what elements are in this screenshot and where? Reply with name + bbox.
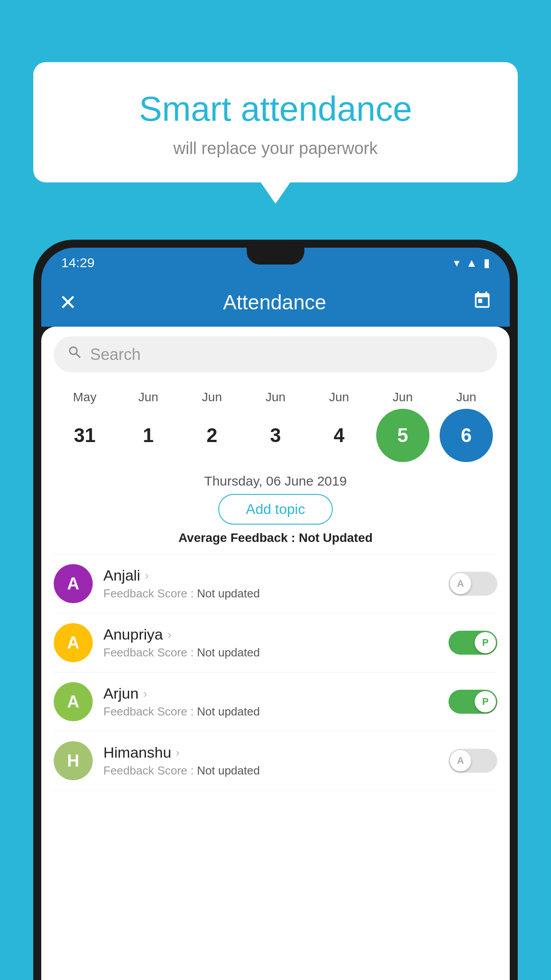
student-info: Anupriya › Feedback Score : Not updated bbox=[103, 626, 449, 660]
student-item: A Anupriya › Feedback Score : Not update… bbox=[54, 613, 497, 672]
status-icons: ▾ ▲ ▮ bbox=[454, 256, 490, 270]
calendar-month: Jun bbox=[185, 390, 239, 404]
student-info: Himanshu › Feedback Score : Not updated bbox=[103, 744, 449, 778]
student-name[interactable]: Anjali › bbox=[103, 567, 449, 584]
student-info: Anjali › Feedback Score : Not updated bbox=[103, 567, 449, 601]
search-bar[interactable]: Search bbox=[54, 336, 497, 372]
student-feedback: Feedback Score : Not updated bbox=[103, 587, 449, 601]
phone-frame: 14:29 ▾ ▲ ▮ ✕ Attendance bbox=[33, 240, 518, 980]
chevron-icon: › bbox=[167, 628, 171, 642]
calendar-icon[interactable] bbox=[472, 291, 492, 314]
attendance-toggle-wrap[interactable]: A bbox=[449, 749, 497, 773]
calendar-day-2[interactable]: 2 bbox=[185, 409, 239, 462]
calendar-days[interactable]: 31123456 bbox=[54, 409, 497, 462]
search-icon bbox=[67, 344, 83, 364]
calendar-day-4[interactable]: 4 bbox=[312, 409, 366, 462]
student-item: A Anjali › Feedback Score : Not updated … bbox=[54, 554, 497, 613]
speech-bubble-title: Smart attendance bbox=[60, 89, 491, 129]
status-time: 14:29 bbox=[61, 255, 94, 270]
chevron-icon: › bbox=[176, 746, 180, 760]
attendance-toggle-wrap[interactable]: P bbox=[449, 631, 497, 655]
student-list: A Anjali › Feedback Score : Not updated … bbox=[41, 554, 510, 790]
avatar: A bbox=[54, 623, 93, 662]
student-name[interactable]: Anupriya › bbox=[103, 626, 449, 643]
phone-inner: 14:29 ▾ ▲ ▮ ✕ Attendance bbox=[41, 248, 510, 980]
calendar-month: Jun bbox=[376, 390, 429, 404]
student-feedback: Feedback Score : Not updated bbox=[103, 705, 449, 719]
calendar-month: Jun bbox=[122, 390, 175, 404]
speech-bubble: Smart attendance will replace your paper… bbox=[33, 62, 518, 182]
phone-notch bbox=[247, 248, 304, 265]
calendar-day-3[interactable]: 3 bbox=[249, 409, 302, 462]
calendar-months: MayJunJunJunJunJunJun bbox=[54, 390, 497, 404]
student-info: Arjun › Feedback Score : Not updated bbox=[103, 685, 449, 719]
selected-date-label: Thursday, 06 June 2019 bbox=[41, 474, 510, 489]
calendar-month: Jun bbox=[312, 390, 366, 404]
toggle-knob: P bbox=[475, 632, 496, 653]
calendar-day-5[interactable]: 5 bbox=[376, 409, 429, 462]
student-name[interactable]: Arjun › bbox=[103, 685, 449, 702]
battery-icon: ▮ bbox=[484, 256, 490, 270]
attendance-toggle[interactable]: P bbox=[449, 690, 497, 714]
signal-icon: ▲ bbox=[466, 256, 477, 270]
student-name[interactable]: Himanshu › bbox=[103, 744, 449, 761]
student-item: H Himanshu › Feedback Score : Not update… bbox=[54, 731, 497, 790]
avatar: A bbox=[54, 564, 93, 603]
avg-feedback: Average Feedback : Not Updated bbox=[41, 531, 510, 545]
app-bar: ✕ Attendance bbox=[41, 278, 510, 327]
avg-feedback-label: Average Feedback : bbox=[178, 531, 295, 545]
attendance-toggle[interactable]: P bbox=[449, 631, 497, 655]
close-button[interactable]: ✕ bbox=[59, 290, 77, 315]
chevron-icon: › bbox=[143, 687, 147, 701]
attendance-toggle-wrap[interactable]: A bbox=[449, 572, 497, 596]
student-feedback: Feedback Score : Not updated bbox=[103, 764, 449, 778]
speech-bubble-subtitle: will replace your paperwork bbox=[60, 139, 491, 158]
calendar-strip: MayJunJunJunJunJunJun 31123456 bbox=[41, 382, 510, 466]
student-feedback: Feedback Score : Not updated bbox=[103, 646, 449, 660]
avatar: A bbox=[54, 682, 93, 721]
add-topic-button[interactable]: Add topic bbox=[218, 494, 332, 525]
toggle-knob: P bbox=[475, 691, 496, 712]
calendar-day-31[interactable]: 31 bbox=[58, 409, 111, 462]
wifi-icon: ▾ bbox=[454, 256, 460, 270]
screen-content: Search MayJunJunJunJunJunJun 31123456 Th… bbox=[41, 327, 510, 980]
attendance-toggle[interactable]: A bbox=[449, 749, 497, 773]
calendar-month: Jun bbox=[249, 390, 302, 404]
calendar-day-1[interactable]: 1 bbox=[122, 409, 175, 462]
calendar-day-6[interactable]: 6 bbox=[440, 409, 493, 462]
speech-bubble-container: Smart attendance will replace your paper… bbox=[33, 62, 518, 182]
avatar: H bbox=[54, 741, 93, 780]
calendar-month: Jun bbox=[440, 390, 493, 404]
avg-feedback-value: Not Updated bbox=[299, 531, 372, 545]
search-placeholder: Search bbox=[90, 345, 141, 364]
toggle-knob: A bbox=[450, 750, 471, 771]
student-item: A Arjun › Feedback Score : Not updated P bbox=[54, 672, 497, 731]
calendar-month: May bbox=[58, 390, 111, 404]
chevron-icon: › bbox=[145, 569, 149, 583]
attendance-toggle[interactable]: A bbox=[449, 572, 497, 596]
toggle-knob: A bbox=[450, 573, 471, 594]
app-bar-title: Attendance bbox=[223, 290, 327, 314]
attendance-toggle-wrap[interactable]: P bbox=[449, 690, 497, 714]
